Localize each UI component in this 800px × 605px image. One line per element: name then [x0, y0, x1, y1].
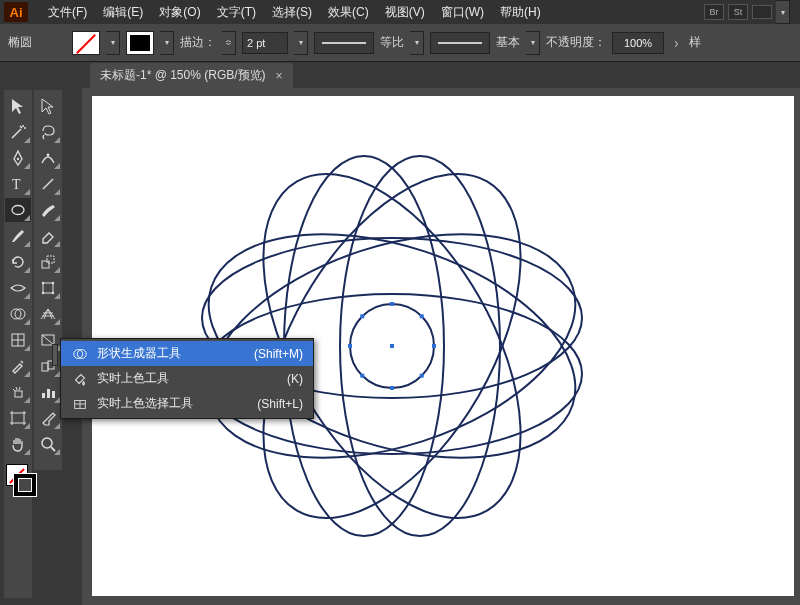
stroke-swatch[interactable] [126, 31, 154, 55]
menu-select[interactable]: 选择(S) [264, 0, 320, 24]
svg-rect-16 [360, 314, 364, 318]
svg-rect-38 [42, 393, 45, 398]
stroke-dropdown[interactable]: ▾ [160, 31, 174, 55]
menu-help[interactable]: 帮助(H) [492, 0, 549, 24]
flyout-item-live-paint-selection[interactable]: 实时上色选择工具 (Shift+L) [61, 391, 313, 416]
controlbar-trunc: 样 [689, 34, 701, 51]
fill-dropdown[interactable]: ▾ [106, 31, 120, 55]
profile-dropdown[interactable]: ▾ [410, 31, 424, 55]
svg-point-31 [42, 282, 44, 284]
workspace-dropdown[interactable]: ▾ [776, 0, 790, 24]
svg-rect-25 [12, 413, 24, 423]
svg-rect-13 [420, 314, 424, 318]
svg-point-34 [52, 292, 54, 294]
rotate-tool[interactable] [5, 250, 31, 274]
flyout-tear-off-handle[interactable] [52, 344, 58, 366]
ellipse-tool[interactable] [5, 198, 31, 222]
menu-effect[interactable]: 效果(C) [320, 0, 377, 24]
stroke-label: 描边： [180, 34, 216, 51]
scale-tool[interactable] [35, 250, 61, 274]
menu-file[interactable]: 文件(F) [40, 0, 95, 24]
svg-rect-14 [420, 374, 424, 378]
fill-swatch[interactable] [72, 31, 100, 55]
opacity-input[interactable]: 100% [612, 32, 664, 54]
controlbar-more[interactable]: › [670, 35, 683, 51]
flyout-item-shape-builder[interactable]: 形状生成器工具 (Shift+M) [61, 341, 313, 366]
svg-line-42 [51, 447, 55, 451]
pen-tool[interactable] [5, 146, 31, 170]
symbol-sprayer-tool[interactable] [5, 380, 31, 404]
flyout-item-shortcut: (K) [287, 372, 303, 386]
document-tab-strip: 未标题-1* @ 150% (RGB/预览) × [0, 62, 800, 88]
svg-rect-11 [390, 386, 394, 390]
profile-label: 等比 [380, 34, 404, 51]
curvature-tool[interactable] [35, 146, 61, 170]
svg-text:T: T [12, 177, 21, 192]
mesh-tool[interactable] [5, 328, 31, 352]
type-tool[interactable]: T [5, 172, 31, 196]
svg-rect-12 [348, 344, 352, 348]
tools-panel-col1: T [4, 90, 32, 598]
artboard-tool[interactable] [5, 406, 31, 430]
perspective-grid-tool[interactable] [35, 302, 61, 326]
svg-rect-15 [360, 374, 364, 378]
paintbrush-tool[interactable] [5, 224, 31, 248]
slice-tool[interactable] [35, 406, 61, 430]
line-segment-tool[interactable] [35, 172, 61, 196]
live-paint-selection-icon [71, 396, 89, 412]
control-bar: 椭圆 ▾ ▾ 描边： ≎ 2 pt ▾ 等比 ▾ 基本 ▾ 不透明度： 100%… [0, 24, 800, 62]
close-tab-icon[interactable]: × [276, 69, 283, 83]
brush-definition[interactable] [430, 32, 490, 54]
svg-rect-10 [432, 344, 436, 348]
width-tool[interactable] [5, 276, 31, 300]
lasso-tool[interactable] [35, 120, 61, 144]
eraser-tool[interactable] [35, 224, 61, 248]
direct-selection-tool[interactable] [35, 94, 61, 118]
flyout-item-label: 形状生成器工具 [97, 345, 181, 362]
fill-stroke-indicator[interactable] [4, 464, 32, 498]
bridge-badge[interactable]: Br [704, 4, 724, 20]
flyout-item-shortcut: (Shift+L) [257, 397, 303, 411]
arrange-docs-icon[interactable] [752, 5, 772, 19]
stock-badge[interactable]: St [728, 4, 748, 20]
stroke-weight-link[interactable]: ≎ [222, 31, 236, 55]
stroke-indicator[interactable] [14, 474, 36, 496]
variable-width-profile[interactable] [314, 32, 374, 54]
blob-brush-tool[interactable] [35, 198, 61, 222]
menu-bar: Ai 文件(F) 编辑(E) 对象(O) 文字(T) 选择(S) 效果(C) 视… [0, 0, 800, 24]
svg-rect-24 [15, 391, 22, 397]
flyout-item-live-paint-bucket[interactable]: 实时上色工具 (K) [61, 366, 313, 391]
selection-tool[interactable] [5, 94, 31, 118]
eyedropper-tool[interactable] [5, 354, 31, 378]
menu-edit[interactable]: 编辑(E) [95, 0, 151, 24]
document-tab[interactable]: 未标题-1* @ 150% (RGB/预览) × [90, 63, 293, 88]
magic-wand-tool[interactable] [5, 120, 31, 144]
hand-tool[interactable] [5, 432, 31, 456]
menu-window[interactable]: 窗口(W) [433, 0, 492, 24]
menu-type[interactable]: 文字(T) [209, 0, 264, 24]
column-graph-tool[interactable] [35, 380, 61, 404]
svg-rect-17 [390, 344, 394, 348]
brush-label: 基本 [496, 34, 520, 51]
svg-rect-40 [52, 391, 55, 398]
free-transform-tool[interactable] [35, 276, 61, 300]
zoom-tool[interactable] [35, 432, 61, 456]
svg-point-1 [340, 156, 500, 536]
svg-rect-9 [390, 302, 394, 306]
stroke-weight-dropdown[interactable]: ▾ [294, 31, 308, 55]
svg-point-20 [12, 206, 24, 215]
brush-dropdown[interactable]: ▾ [526, 31, 540, 55]
menu-object[interactable]: 对象(O) [151, 0, 208, 24]
shape-builder-tool[interactable] [5, 302, 31, 326]
shape-builder-icon [71, 346, 89, 362]
svg-rect-28 [42, 261, 49, 268]
stroke-weight-input[interactable]: 2 pt [242, 32, 288, 54]
flyout-item-label: 实时上色工具 [97, 370, 169, 387]
app-logo: Ai [4, 2, 28, 22]
menu-view[interactable]: 视图(V) [377, 0, 433, 24]
active-tool-name: 椭圆 [8, 34, 32, 51]
svg-point-32 [52, 282, 54, 284]
svg-point-26 [47, 154, 50, 157]
flyout-item-label: 实时上色选择工具 [97, 395, 193, 412]
svg-point-33 [42, 292, 44, 294]
